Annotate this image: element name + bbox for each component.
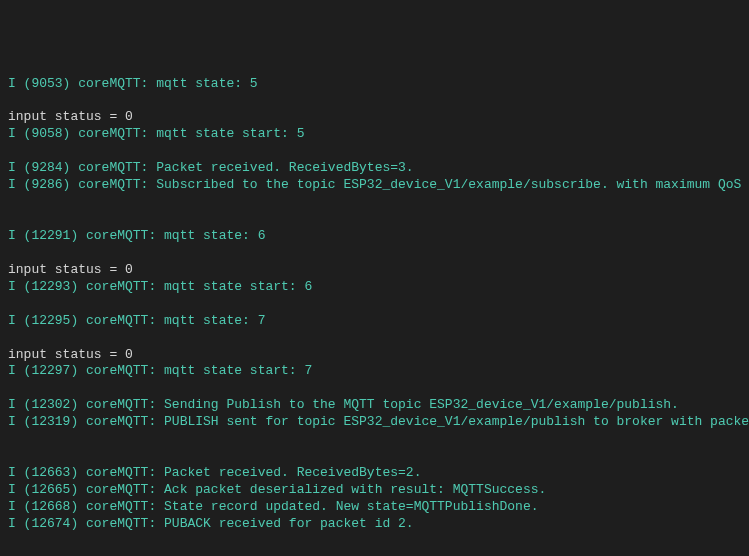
- log-line: input status = 0: [8, 347, 741, 364]
- log-line: I (9284) coreMQTT: Packet received. Rece…: [8, 160, 741, 177]
- log-line: I (12665) coreMQTT: Ack packet deseriali…: [8, 482, 741, 499]
- terminal-output: I (9053) coreMQTT: mqtt state: 5input st…: [8, 76, 741, 556]
- log-line: [8, 92, 741, 109]
- log-line: [8, 550, 741, 556]
- log-line: [8, 431, 741, 448]
- log-line: I (12302) coreMQTT: Sending Publish to t…: [8, 397, 741, 414]
- log-line: [8, 194, 741, 211]
- log-line: [8, 296, 741, 313]
- log-line: [8, 330, 741, 347]
- log-line: I (9286) coreMQTT: Subscribed to the top…: [8, 177, 741, 194]
- log-line: input status = 0: [8, 262, 741, 279]
- log-line: I (12668) coreMQTT: State record updated…: [8, 499, 741, 516]
- log-line: I (12293) coreMQTT: mqtt state start: 6: [8, 279, 741, 296]
- log-line: [8, 245, 741, 262]
- log-line: I (12674) coreMQTT: PUBACK received for …: [8, 516, 741, 533]
- log-line: I (12295) coreMQTT: mqtt state: 7: [8, 313, 741, 330]
- log-line: I (9053) coreMQTT: mqtt state: 5: [8, 76, 741, 93]
- log-line: I (12319) coreMQTT: PUBLISH sent for top…: [8, 414, 741, 431]
- log-line: I (12291) coreMQTT: mqtt state: 6: [8, 228, 741, 245]
- log-line: [8, 143, 741, 160]
- log-line: I (9058) coreMQTT: mqtt state start: 5: [8, 126, 741, 143]
- log-line: [8, 448, 741, 465]
- log-line: I (12297) coreMQTT: mqtt state start: 7: [8, 363, 741, 380]
- log-line: [8, 533, 741, 550]
- log-line: input status = 0: [8, 109, 741, 126]
- log-line: I (12663) coreMQTT: Packet received. Rec…: [8, 465, 741, 482]
- log-line: [8, 380, 741, 397]
- log-line: [8, 211, 741, 228]
